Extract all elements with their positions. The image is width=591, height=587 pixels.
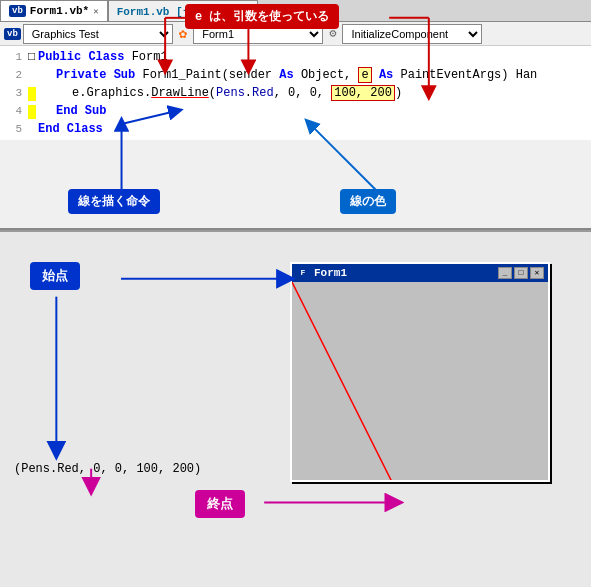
close-paren: )	[395, 86, 402, 100]
line-content-3: e.Graphics.DrawLine(Pens.Red, 0, 0, 100,…	[36, 84, 591, 102]
form1-window-icon: F	[296, 266, 310, 280]
line-num-5: 5	[0, 120, 28, 138]
form1-client-area	[292, 282, 548, 480]
kw-as: As	[279, 68, 293, 82]
restore-button[interactable]: □	[514, 267, 528, 279]
pens-red: (	[209, 86, 216, 100]
kw-public: Public	[38, 50, 81, 64]
params-100-200: 100, 200	[331, 85, 395, 101]
form1-window-buttons: _ □ ✕	[498, 267, 544, 279]
minimize-button[interactable]: _	[498, 267, 512, 279]
pens-red-val: Pens	[216, 86, 245, 100]
line-ind-3	[28, 87, 36, 101]
e-dot: e.Graphics.	[72, 86, 151, 100]
line-content-1: Public Class Form1	[36, 48, 591, 66]
kw-end: End	[56, 104, 78, 118]
diagram-panel: 始点 終点 (Pens.Red, 0, 0, 100, 200) F Form1…	[0, 230, 591, 587]
ide-panel: vb Form1.vb* ✕ Form1.vb [デザイン]* ✕ vb Gra…	[0, 0, 591, 230]
pens-dot: .	[245, 86, 252, 100]
param-e-highlight: e	[358, 67, 371, 83]
toolbar-vb-icon: vb	[4, 28, 21, 40]
kw-sub: Sub	[114, 68, 136, 82]
event-selector[interactable]: InitializeComponent	[342, 24, 482, 44]
line-num-3: 3	[0, 84, 28, 102]
kw-as2: As	[379, 68, 393, 82]
red-val: Red	[252, 86, 274, 100]
params-rest: , 0, 0,	[274, 86, 332, 100]
line-ind-1: □	[28, 48, 36, 66]
line-content-5: End Class	[36, 120, 591, 138]
class-selector[interactable]: Graphics Test	[23, 24, 173, 44]
line-content-4: End Sub	[36, 102, 591, 120]
vb-icon: vb	[9, 5, 26, 17]
code-params-text: (Pens.Red, 0, 0, 100, 200)	[14, 462, 201, 476]
tab-form1vb[interactable]: vb Form1.vb* ✕	[0, 0, 108, 21]
form1-titlebar: F Form1 _ □ ✕	[292, 264, 548, 282]
paint-args: PaintEventArgs) Han	[401, 68, 538, 82]
kw-sub2: Sub	[85, 104, 107, 118]
line-num-2: 2	[0, 66, 28, 84]
draw-cmd-bubble: 線を描く命令	[68, 189, 160, 214]
tab-close-1[interactable]: ✕	[93, 6, 98, 17]
kw-end2: End	[38, 122, 60, 136]
sub-name: Form1_Paint(sender	[142, 68, 279, 82]
line-num-4: 4	[0, 102, 28, 120]
line-content-2: Private Sub Form1_Paint(sender As Object…	[36, 66, 591, 84]
class-name: Form1	[132, 50, 168, 64]
kw-class: Class	[88, 50, 124, 64]
code-line-3: 3 e.Graphics.DrawLine(Pens.Red, 0, 0, 10…	[0, 84, 591, 102]
tab-label-1: Form1.vb*	[30, 5, 89, 17]
code-line-2: 2 Private Sub Form1_Paint(sender As Obje…	[0, 66, 591, 84]
line-ind-4	[28, 105, 36, 119]
drawline-cmd: DrawLine	[151, 86, 209, 100]
line-color-bubble: 線の色	[340, 189, 396, 214]
end-point-label: 終点	[195, 490, 245, 518]
code-line-5: 5 End Class	[0, 120, 591, 138]
line-num-1: 1	[0, 48, 28, 66]
kw-class2: Class	[67, 122, 103, 136]
obj-type: Object,	[301, 68, 359, 82]
start-point-label: 始点	[30, 262, 80, 290]
form1-window: F Form1 _ □ ✕	[290, 262, 550, 482]
code-area: 1 □ Public Class Form1 2 Private Sub For…	[0, 46, 591, 140]
form1-drawing	[292, 282, 548, 480]
close-button[interactable]: ✕	[530, 267, 544, 279]
top-annotation-bubble: e は、引数を使っている	[185, 4, 339, 29]
code-line-1: 1 □ Public Class Form1	[0, 48, 591, 66]
code-line-4: 4 End Sub	[0, 102, 591, 120]
kw-private: Private	[56, 68, 106, 82]
form1-title: Form1	[314, 267, 347, 279]
svg-line-8	[292, 282, 392, 480]
